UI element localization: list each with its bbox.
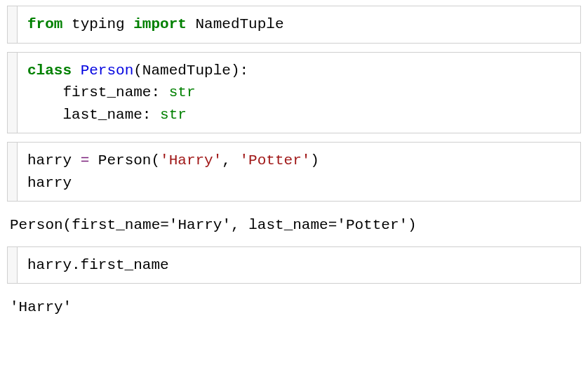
- comma: ,: [222, 152, 231, 169]
- code-content[interactable]: class Person(NamedTuple): first_name: st…: [18, 53, 580, 133]
- code-cell[interactable]: harry = Person('Harry', 'Potter') harry: [7, 142, 581, 202]
- keyword-class: class: [27, 62, 72, 79]
- type-annotation: str: [160, 107, 187, 123]
- code-content[interactable]: harry.first_name: [18, 247, 580, 284]
- cell-gutter: [8, 53, 18, 133]
- expression: harry: [27, 175, 72, 191]
- code-cell[interactable]: from typing import NamedTuple: [7, 6, 581, 44]
- class-name: Person: [81, 62, 134, 79]
- cell-output: Person(first_name='Harry', last_name='Po…: [7, 210, 581, 246]
- expression: harry.first_name: [27, 257, 169, 273]
- code-content[interactable]: harry = Person('Harry', 'Potter') harry: [18, 143, 580, 201]
- field-name: first_name: [62, 84, 151, 100]
- variable-name: harry: [27, 152, 72, 169]
- cell-gutter: [8, 143, 18, 201]
- type-annotation: str: [169, 84, 196, 100]
- collapse-caret-icon[interactable]: ▾: [0, 86, 1, 98]
- string-literal: 'Harry': [160, 152, 222, 169]
- code-content[interactable]: from typing import NamedTuple: [18, 6, 580, 43]
- code-cell[interactable]: harry.first_name: [7, 246, 581, 284]
- call-name: Person: [98, 152, 152, 169]
- keyword-from: from: [27, 16, 62, 32]
- code-cell[interactable]: ▾ class Person(NamedTuple): first_name: …: [7, 52, 581, 134]
- imported-name: NamedTuple: [196, 16, 284, 32]
- module-name: typing: [72, 16, 125, 32]
- cell-gutter: [8, 6, 18, 43]
- keyword-import: import: [133, 16, 187, 32]
- field-name: last_name: [62, 107, 142, 123]
- cell-output: 'Harry': [7, 292, 581, 329]
- string-literal: 'Potter': [240, 152, 311, 169]
- operator-assign: =: [81, 152, 90, 169]
- base-class: NamedTuple: [142, 62, 231, 79]
- colon: :: [240, 62, 249, 79]
- cell-gutter: [8, 247, 18, 284]
